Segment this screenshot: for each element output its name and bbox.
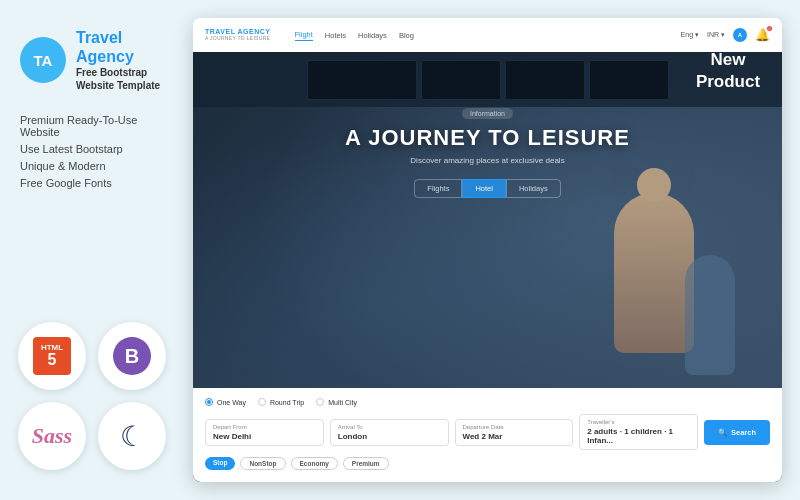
radio-multi-city[interactable]: Multi City <box>316 398 357 406</box>
nav-right: Eng ▾ INR ▾ A 🔔 2 <box>681 28 770 42</box>
radio-round-trip[interactable]: Round Trip <box>258 398 304 406</box>
hero-subtitle: Discover amazing places at exclusive dea… <box>193 156 782 165</box>
feature-list: Premium Ready-To-Use Website Use Latest … <box>20 114 175 189</box>
arrival-to-label: Arrival To <box>338 424 441 430</box>
hero-tag: Information <box>462 108 513 119</box>
hero-title: A JOURNEY TO LEISURE <box>193 125 782 151</box>
radio-dot-one-way <box>205 398 213 406</box>
depart-from-value: New Delhi <box>213 432 316 441</box>
search-radio-row: One Way Round Trip Multi City <box>205 398 770 406</box>
person2-figure <box>685 255 735 375</box>
hero-tab-hotel[interactable]: Hotel <box>462 179 506 198</box>
depart-from-field[interactable]: Depart From New Delhi <box>205 419 324 446</box>
preview-navbar: TRAVEL AGENCY A JOURNEY TO LEISURE Fligh… <box>193 18 782 52</box>
nav-link-flight[interactable]: Flight <box>295 30 313 41</box>
arrival-to-value: London <box>338 432 441 441</box>
board-panel-4 <box>589 60 669 100</box>
board-panel-2 <box>421 60 501 100</box>
tech-icons-grid: HTML 5 B Sass ☾ <box>18 322 166 470</box>
nav-lang[interactable]: Eng ▾ <box>681 31 699 39</box>
brand-name: Travel Agency <box>76 28 175 66</box>
nav-bell-icon[interactable]: 🔔 2 <box>755 28 770 42</box>
departure-date-field[interactable]: Departure Date Wed 2 Mar <box>455 419 574 446</box>
preview-hero: Information A JOURNEY TO LEISURE Discove… <box>193 52 782 482</box>
nav-links: Flight Hotels Holidays Blog <box>295 30 663 41</box>
filter-tags-row: Stop NonStop Economy Premium <box>205 457 770 470</box>
feature-item: Premium Ready-To-Use Website <box>20 114 175 138</box>
filter-stop[interactable]: Stop <box>205 457 235 470</box>
nav-link-hotels[interactable]: Hotels <box>325 31 346 40</box>
brand-row: TA Travel Agency Free Bootstrap Website … <box>20 28 175 92</box>
radio-dot-multi-city <box>316 398 324 406</box>
radio-one-way[interactable]: One Way <box>205 398 246 406</box>
travellers-label: Traveller's <box>587 419 690 425</box>
feature-item: Unique & Modern <box>20 160 175 172</box>
curl-icon: ☾ <box>120 420 145 453</box>
nav-link-holidays[interactable]: Holidays <box>358 31 387 40</box>
nav-avatar[interactable]: A <box>733 28 747 42</box>
nav-currency[interactable]: INR ▾ <box>707 31 725 39</box>
filter-premium[interactable]: Premium <box>343 457 389 470</box>
hero-tabs: Flights Hotel Holidays <box>193 179 782 198</box>
bootstrap-icon: B <box>113 337 151 375</box>
travellers-field[interactable]: Traveller's 2 adults · 1 children · 1 In… <box>579 414 698 450</box>
notification-dot: 2 <box>767 26 772 31</box>
filter-nonstop[interactable]: NonStop <box>240 457 285 470</box>
radio-dot-round-trip <box>258 398 266 406</box>
new-product-text: New Product <box>696 49 760 92</box>
search-button[interactable]: 🔍 Search <box>704 420 770 445</box>
sass-badge: Sass <box>18 402 86 470</box>
arrival-to-field[interactable]: Arrival To London <box>330 419 449 446</box>
html5-icon: HTML 5 <box>33 337 71 375</box>
brand-text-col: Travel Agency Free Bootstrap Website Tem… <box>76 28 175 92</box>
bootstrap-badge: B <box>98 322 166 390</box>
curl-badge: ☾ <box>98 402 166 470</box>
feature-item: Free Google Fonts <box>20 177 175 189</box>
left-panel: TA Travel Agency Free Bootstrap Website … <box>0 0 195 500</box>
hero-content: Information A JOURNEY TO LEISURE Discove… <box>193 102 782 198</box>
search-section: One Way Round Trip Multi City Depart Fro… <box>193 388 782 482</box>
board-panel-1 <box>307 60 417 100</box>
board-panel-3 <box>505 60 585 100</box>
ta-logo: TA <box>20 37 66 83</box>
search-fields-row: Depart From New Delhi Arrival To London … <box>205 414 770 450</box>
nav-link-blog[interactable]: Blog <box>399 31 414 40</box>
hero-tab-flights[interactable]: Flights <box>414 179 462 198</box>
sass-icon: Sass <box>32 423 72 449</box>
nav-brand-bottom: A JOURNEY TO LEISURE <box>205 36 271 42</box>
travellers-value: 2 adults · 1 children · 1 Infan... <box>587 427 690 445</box>
departure-board <box>193 52 782 107</box>
filter-economy[interactable]: Economy <box>291 457 338 470</box>
departure-date-label: Departure Date <box>463 424 566 430</box>
preview-panel: TRAVEL AGENCY A JOURNEY TO LEISURE Fligh… <box>193 18 782 482</box>
person-figure <box>614 193 694 353</box>
search-icon: 🔍 <box>718 428 727 437</box>
hero-tab-holidays[interactable]: Holidays <box>506 179 561 198</box>
brand-subtitle: Free Bootstrap Website Template <box>76 66 175 92</box>
departure-date-value: Wed 2 Mar <box>463 432 566 441</box>
feature-item: Use Latest Bootstarp <box>20 143 175 155</box>
html5-badge: HTML 5 <box>18 322 86 390</box>
depart-from-label: Depart From <box>213 424 316 430</box>
nav-brand: TRAVEL AGENCY A JOURNEY TO LEISURE <box>205 28 271 41</box>
